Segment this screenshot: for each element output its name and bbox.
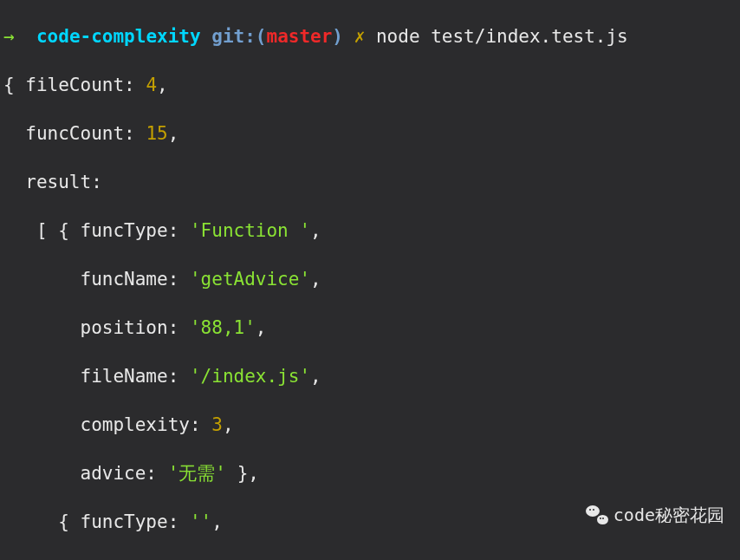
functype-value: 'Function ' (190, 220, 310, 241)
git-label: git:( (211, 26, 266, 47)
project-name: code-complexity (36, 26, 201, 47)
git-close: ) (332, 26, 343, 47)
functype-value: '' (190, 511, 211, 532)
git-branch: master (266, 26, 332, 47)
complexity-key: complexity: (81, 414, 201, 435)
output-line: funcCount: 15, (3, 121, 737, 146)
output-line: { fileCount: 4, (3, 73, 737, 97)
position-value: '88,1' (190, 317, 256, 338)
funccount-key: funcCount: (25, 123, 134, 144)
filename-key: fileName: (81, 366, 179, 387)
command-text: node test/index.test.js (376, 26, 628, 47)
funcname-value: 'getAdvice' (190, 269, 310, 290)
output-line: fileName: '/index.js', (3, 364, 737, 388)
wechat-icon (586, 505, 608, 524)
filecount-key: fileCount: (25, 75, 134, 95)
advice-key: advice: (81, 463, 158, 484)
funcname-key: funcName: (81, 269, 179, 290)
filename-value: '/index.js' (190, 366, 310, 387)
output-line: complexity: 3, (3, 413, 737, 437)
advice-value: '无需' (168, 463, 226, 484)
output-line: [ { funcType: 'Function ', (3, 218, 737, 243)
filecount-value: 4 (146, 75, 157, 95)
output-line: advice: '无需' }, (3, 461, 737, 485)
prompt-arrow-icon: → (3, 26, 15, 47)
git-dirty-icon: ✗ (354, 26, 366, 47)
output-line: result: (3, 170, 737, 194)
position-key: position: (81, 317, 179, 338)
prompt-line[interactable]: → code-complexity git:(master) ✗ node te… (3, 24, 737, 49)
functype-key: funcType: (81, 511, 179, 532)
result-key: result: (25, 172, 102, 192)
output-line: position: '88,1', (3, 316, 737, 340)
watermark: code秘密花园 (586, 503, 724, 527)
functype-key: funcType: (81, 220, 179, 241)
terminal-output: → code-complexity git:(master) ✗ node te… (0, 0, 740, 560)
output-line: funcName: 'getAdvice', (3, 267, 737, 291)
funccount-value: 15 (146, 123, 167, 144)
watermark-text: code秘密花园 (613, 503, 724, 527)
complexity-value: 3 (211, 414, 223, 435)
